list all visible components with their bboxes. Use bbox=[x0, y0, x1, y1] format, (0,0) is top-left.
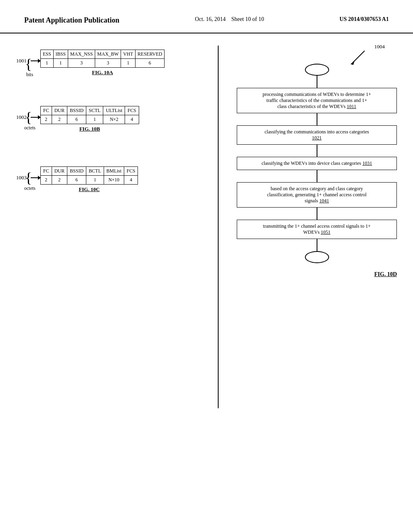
vertical-separator bbox=[218, 46, 219, 408]
col-ultlist: ULTList bbox=[103, 106, 125, 115]
step3-box: classifying the WDEVs into device class … bbox=[237, 157, 397, 170]
val-ibss: 1 bbox=[53, 59, 68, 68]
col-bssid-c: BSSID bbox=[67, 167, 86, 176]
fig10a-label: FIG. 10A bbox=[40, 69, 165, 76]
val-max-bw: 3 bbox=[95, 59, 121, 68]
ref-1011: 1011 bbox=[347, 104, 357, 109]
step5-box: transmitting the 1+ channel access contr… bbox=[237, 220, 397, 239]
col-max-bw: MAX_BW bbox=[95, 50, 121, 59]
line4 bbox=[317, 208, 317, 220]
val-bctl: 1 bbox=[86, 176, 104, 185]
fig10c-label: FIG. 10C bbox=[40, 186, 138, 193]
fig10b-section: { octets FC DUR BSSID SCTL ULTList FCS 2… bbox=[40, 106, 139, 132]
ref-1041: 1041 bbox=[319, 198, 329, 204]
col-dur-c: DUR bbox=[52, 167, 67, 176]
col-bctl: BCTL bbox=[86, 167, 104, 176]
brace-octets-b: { bbox=[25, 110, 32, 125]
val-bmlist: N×10 bbox=[104, 176, 124, 185]
fig10c-table: FC DUR BSSID BCTL BMList FCS 2 2 6 1 N×1… bbox=[40, 166, 138, 185]
col-bssid-b: BSSID bbox=[67, 106, 86, 115]
step2-box: classifying the communications into acce… bbox=[237, 125, 397, 145]
fig10b-value-row: 2 2 6 1 N×2 4 bbox=[41, 115, 139, 124]
line2 bbox=[317, 145, 317, 157]
fig10d-label: FIG. 10D bbox=[233, 271, 397, 278]
col-bmlist: BMList bbox=[104, 167, 124, 176]
val-fcs-b: 4 bbox=[125, 115, 139, 124]
step1-box: processing communications of WDEVs to de… bbox=[237, 88, 397, 113]
end-oval bbox=[305, 251, 329, 263]
brace-octets-c: { bbox=[25, 170, 32, 185]
fig10b-table: FC DUR BSSID SCTL ULTList FCS 2 2 6 1 N×… bbox=[40, 106, 139, 124]
line1 bbox=[317, 113, 317, 125]
header-right: US 2014/0307653 A1 bbox=[340, 16, 389, 23]
col-fc-c: FC bbox=[41, 167, 52, 176]
col-dur-b: DUR bbox=[52, 106, 67, 115]
val-fc-c: 2 bbox=[41, 176, 52, 185]
flowchart-container: processing communications of WDEVs to de… bbox=[233, 64, 401, 278]
start-oval bbox=[305, 64, 329, 76]
label-octets-b: octets bbox=[24, 125, 35, 131]
val-reserved: 6 bbox=[136, 59, 165, 68]
val-ess: 1 bbox=[41, 59, 54, 68]
line5 bbox=[317, 239, 317, 251]
line3 bbox=[317, 170, 317, 182]
val-fcs-c: 4 bbox=[124, 176, 138, 185]
val-fc-b: 2 bbox=[41, 115, 52, 124]
label-octets-c: octets bbox=[24, 185, 35, 191]
fig10a-table: ESS IBSS MAX_NSS MAX_BW VHT RESERVED 1 1… bbox=[40, 50, 165, 68]
col-max-nss: MAX_NSS bbox=[68, 50, 95, 59]
fig10b-label: FIG. 10B bbox=[40, 126, 139, 132]
label-bits: bits bbox=[26, 72, 33, 78]
ref-1051: 1051 bbox=[321, 229, 330, 235]
arrow-1004-svg bbox=[348, 49, 369, 65]
val-dur-c: 2 bbox=[52, 176, 67, 185]
val-dur-b: 2 bbox=[52, 115, 67, 124]
header-left: Patent Application Publication bbox=[24, 16, 119, 25]
val-ultlist: N×2 bbox=[103, 115, 125, 124]
val-sctl: 1 bbox=[86, 115, 103, 124]
fig10a-section: { bits ESS IBSS MAX_NSS MAX_BW VHT RESER… bbox=[40, 50, 165, 76]
col-ibss: IBSS bbox=[53, 50, 68, 59]
col-ess: ESS bbox=[41, 50, 54, 59]
col-fc-b: FC bbox=[41, 106, 52, 115]
start-oval-wrapper bbox=[233, 64, 401, 76]
col-sctl: SCTL bbox=[86, 106, 103, 115]
page-header: Patent Application Publication Oct. 16, … bbox=[0, 0, 413, 33]
col-vht: VHT bbox=[121, 50, 136, 59]
header-center: Oct. 16, 2014 Sheet 10 of 10 bbox=[195, 16, 264, 23]
fig10c-value-row: 2 2 6 1 N×10 4 bbox=[41, 176, 138, 185]
ref-1021: 1021 bbox=[312, 135, 322, 141]
brace-bits: { bbox=[25, 57, 32, 71]
val-bssid-b: 6 bbox=[67, 115, 86, 124]
val-max-nss: 3 bbox=[68, 59, 95, 68]
val-vht: 1 bbox=[121, 59, 136, 68]
right-panel: 1004 processing communications of WDEVs … bbox=[227, 42, 401, 509]
fig10a-value-row: 1 1 3 3 1 6 bbox=[41, 59, 165, 68]
step4-box: based on the access category and class c… bbox=[237, 182, 397, 208]
val-bssid-c: 6 bbox=[67, 176, 86, 185]
col-fcs-c: FCS bbox=[124, 167, 138, 176]
ref-1004: 1004 bbox=[374, 44, 385, 50]
col-fcs-b: FCS bbox=[125, 106, 139, 115]
ref-1031: 1031 bbox=[363, 160, 372, 166]
col-reserved: RESERVED bbox=[136, 50, 165, 59]
line-after-start bbox=[317, 76, 317, 88]
fig10c-header-row: FC DUR BSSID BCTL BMList FCS bbox=[41, 167, 138, 176]
fig10c-section: { octets FC DUR BSSID BCTL BMList FCS 2 … bbox=[40, 166, 138, 193]
fig10b-header-row: FC DUR BSSID SCTL ULTList FCS bbox=[41, 106, 139, 115]
end-oval-wrapper bbox=[233, 251, 401, 263]
left-panel: 1001 { bits ESS IBSS MAX_NSS MAX_BW VHT … bbox=[12, 42, 210, 509]
fig10a-header-row: ESS IBSS MAX_NSS MAX_BW VHT RESERVED bbox=[41, 50, 165, 59]
